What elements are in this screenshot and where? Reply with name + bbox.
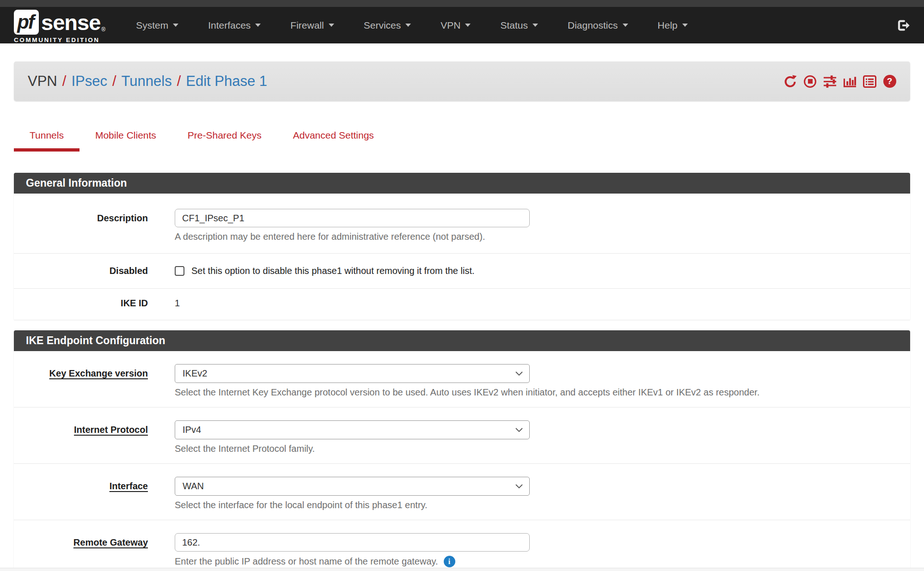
internet-protocol-help: Select the Internet Protocol family. (175, 443, 896, 454)
remote-gateway-input[interactable] (175, 533, 530, 552)
internet-protocol-selected-value: IPv4 (183, 425, 201, 435)
caret-down-icon (173, 24, 178, 27)
nav-menu: System Interfaces Firewall Services VPN … (121, 7, 703, 43)
caret-down-icon (255, 24, 261, 27)
general-information-panel: General Information Description A descri… (14, 173, 910, 320)
ike-id-row: IKE ID 1 (14, 288, 910, 320)
disabled-row: Disabled Set this option to disable this… (14, 253, 910, 288)
breadcrumb-root: VPN (28, 73, 57, 89)
remote-gateway-row: Remote Gateway Enter the public IP addre… (14, 520, 910, 571)
description-label: Description (14, 209, 148, 242)
breadcrumb-separator: / (177, 73, 181, 89)
list-icon[interactable] (863, 75, 876, 88)
page-tabs: Tunnels Mobile Clients Pre-Shared Keys A… (14, 130, 910, 152)
ike-id-value: 1 (175, 298, 896, 309)
sign-out-icon[interactable] (896, 18, 910, 32)
nav-item-label: Diagnostics (568, 20, 618, 31)
nav-item-vpn[interactable]: VPN (426, 7, 485, 43)
nav-item-label: System (136, 20, 168, 31)
pfsense-logo[interactable]: pf sense ® COMMUNITY EDITION (14, 7, 105, 43)
stop-icon[interactable] (803, 75, 817, 88)
caret-down-icon (623, 24, 628, 27)
logo-subtitle: COMMUNITY EDITION (14, 36, 105, 43)
disabled-label: Disabled (14, 266, 148, 276)
interface-select[interactable]: WAN (175, 477, 530, 496)
nav-item-firewall[interactable]: Firewall (275, 7, 349, 43)
interface-row: Interface WAN Select the interface for t… (14, 463, 910, 520)
info-icon[interactable]: i (444, 556, 455, 567)
caret-down-icon (329, 24, 334, 27)
caret-down-icon (682, 24, 688, 27)
disabled-checkbox-label: Set this option to disable this phase1 w… (191, 266, 475, 276)
breadcrumb-link-edit-phase1[interactable]: Edit Phase 1 (186, 73, 267, 89)
logo-sense-text: sense (41, 11, 100, 35)
remote-gateway-help: Enter the public IP address or host name… (175, 556, 438, 567)
help-icon[interactable]: ? (883, 75, 896, 88)
breadcrumb-link-ipsec[interactable]: IPsec (71, 73, 107, 89)
tab-advanced-settings[interactable]: Advanced Settings (277, 130, 390, 152)
section-title-general-information: General Information (14, 173, 910, 194)
window-top-strip (0, 0, 924, 7)
nav-item-interfaces[interactable]: Interfaces (193, 7, 275, 43)
interface-help: Select the interface for the local endpo… (175, 500, 896, 510)
breadcrumb-actions: ? (783, 75, 896, 88)
ike-id-label: IKE ID (14, 298, 148, 309)
chevron-down-icon (515, 371, 523, 376)
caret-down-icon (405, 24, 411, 27)
nav-item-label: Interfaces (208, 20, 251, 31)
pf-logo-mark: pf (14, 10, 39, 35)
key-exchange-selected-value: IKEv2 (183, 368, 207, 379)
bar-chart-icon[interactable] (843, 75, 857, 88)
remote-gateway-label[interactable]: Remote Gateway (14, 533, 148, 567)
nav-item-status[interactable]: Status (485, 7, 553, 43)
key-exchange-label[interactable]: Key Exchange version (14, 364, 148, 398)
refresh-icon[interactable] (783, 75, 797, 88)
sliders-icon[interactable] (823, 75, 837, 88)
registered-mark: ® (101, 26, 105, 33)
chevron-down-icon (515, 484, 523, 489)
ike-endpoint-panel: IKE Endpoint Configuration Key Exchange … (14, 330, 910, 571)
nav-item-label: Services (364, 20, 401, 31)
description-help: A description may be entered here for ad… (175, 231, 896, 242)
interface-selected-value: WAN (183, 481, 204, 492)
chevron-down-icon (515, 428, 523, 432)
key-exchange-select[interactable]: IKEv2 (175, 364, 530, 383)
breadcrumb-link-tunnels[interactable]: Tunnels (122, 73, 172, 89)
breadcrumb-separator: / (112, 73, 116, 89)
interface-label[interactable]: Interface (14, 477, 148, 510)
section-title-ike-endpoint: IKE Endpoint Configuration (14, 330, 910, 351)
main-navbar: pf sense ® COMMUNITY EDITION System Inte… (0, 7, 924, 43)
key-exchange-row: Key Exchange version IKEv2 Select the In… (14, 351, 910, 407)
disabled-checkbox[interactable] (175, 266, 184, 276)
internet-protocol-row: Internet Protocol IPv4 Select the Intern… (14, 407, 910, 463)
internet-protocol-label[interactable]: Internet Protocol (14, 420, 148, 454)
internet-protocol-select[interactable]: IPv4 (175, 420, 530, 439)
description-row: Description A description may be entered… (14, 194, 910, 253)
nav-item-label: Status (500, 20, 528, 31)
nav-item-diagnostics[interactable]: Diagnostics (553, 7, 643, 43)
tab-mobile-clients[interactable]: Mobile Clients (80, 130, 172, 152)
nav-item-system[interactable]: System (121, 7, 193, 43)
breadcrumb: VPN/IPsec/Tunnels/Edit Phase 1 (28, 73, 267, 90)
tab-tunnels[interactable]: Tunnels (14, 130, 80, 152)
caret-down-icon (465, 24, 471, 27)
breadcrumb-separator: / (62, 73, 67, 89)
page-bottom-strip (0, 568, 924, 571)
nav-item-label: Help (658, 20, 678, 31)
description-input[interactable] (175, 209, 530, 227)
caret-down-icon (532, 24, 538, 27)
tab-pre-shared-keys[interactable]: Pre-Shared Keys (172, 130, 277, 152)
nav-item-label: VPN (441, 20, 460, 31)
nav-item-services[interactable]: Services (349, 7, 426, 43)
breadcrumb-bar: VPN/IPsec/Tunnels/Edit Phase 1 (14, 61, 910, 101)
nav-item-label: Firewall (290, 20, 324, 31)
key-exchange-help: Select the Internet Key Exchange protoco… (175, 387, 896, 398)
nav-item-help[interactable]: Help (643, 7, 703, 43)
